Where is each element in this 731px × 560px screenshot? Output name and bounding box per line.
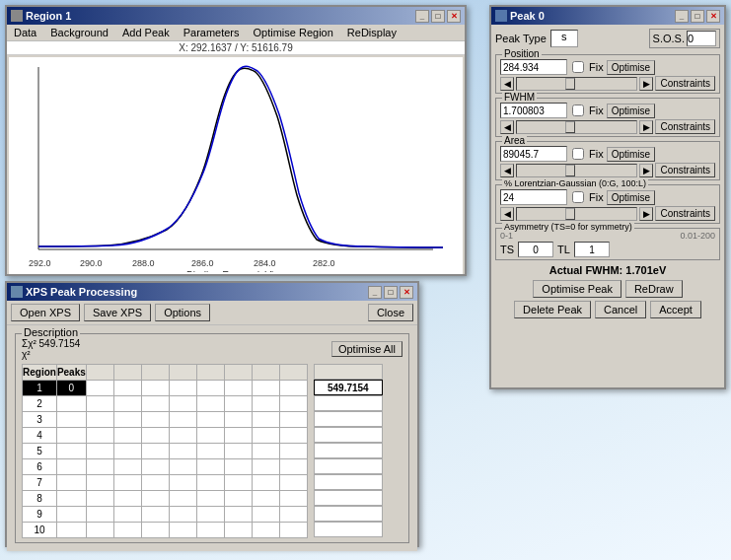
xps-controls: _ □ ✕ — [368, 286, 413, 299]
optimise-all-button[interactable]: Optimise All — [331, 341, 402, 357]
menu-redisplay[interactable]: ReDisplay — [344, 26, 400, 39]
delete-peak-button[interactable]: Delete Peak — [514, 301, 591, 318]
open-xps-button[interactable]: Open XPS — [11, 304, 80, 321]
lg-slider-right[interactable]: ▶ — [639, 207, 653, 221]
sos-input[interactable] — [687, 31, 716, 46]
fwhm-optimise-btn[interactable]: Optimise — [607, 104, 655, 118]
region1-titlebar[interactable]: Region 1 _ □ ✕ — [7, 7, 465, 25]
peak-type-select[interactable]: s — [550, 30, 578, 47]
table-row[interactable]: 4 — [23, 428, 308, 444]
asym-row: TS TL — [500, 242, 715, 257]
area-constraints-btn[interactable]: Constraints — [655, 163, 715, 177]
fwhm-fix-label: Fix — [589, 105, 604, 116]
position-input[interactable] — [500, 59, 567, 75]
position-fix-checkbox[interactable] — [572, 61, 584, 73]
area-slider-right[interactable]: ▶ — [639, 164, 653, 177]
lg-fix-checkbox[interactable] — [572, 191, 584, 203]
asym-range-labels: 0-1 0.01-200 — [500, 231, 715, 241]
xps-close-button[interactable]: Close — [368, 304, 413, 321]
position-slider-left[interactable]: ◀ — [500, 77, 514, 91]
maximize-button[interactable]: □ — [431, 10, 445, 23]
chi-row-9 — [314, 506, 383, 522]
optimise-peak-button[interactable]: Optimise Peak — [533, 280, 621, 298]
menu-parameters[interactable]: Parameters — [181, 26, 243, 39]
position-slider-track[interactable] — [516, 77, 637, 91]
table-row[interactable]: 2 — [23, 396, 308, 412]
peak0-maximize[interactable]: □ — [691, 10, 704, 23]
options-button[interactable]: Options — [155, 304, 210, 321]
peak0-icon — [495, 10, 507, 22]
peak0-titlebar[interactable]: Peak 0 _ □ ✕ — [491, 7, 724, 25]
table-row[interactable]: 6 — [23, 459, 308, 475]
redraw-button[interactable]: ReDraw — [625, 280, 683, 298]
region1-title: Region 1 — [26, 10, 71, 22]
fwhm-slider-row: ◀ ▶ Constraints — [500, 119, 715, 134]
tl-input[interactable] — [574, 242, 610, 257]
fwhm-fix-checkbox[interactable] — [572, 105, 584, 116]
area-row: Fix Optimise — [500, 146, 715, 162]
save-xps-button[interactable]: Save XPS — [84, 304, 151, 321]
area-input[interactable] — [500, 146, 567, 162]
fwhm-slider-track[interactable] — [516, 120, 637, 134]
table-row[interactable]: 8 — [23, 491, 308, 507]
area-slider-row: ◀ ▶ Constraints — [500, 163, 715, 177]
fwhm-slider-right[interactable]: ▶ — [639, 120, 653, 134]
xps-close[interactable]: ✕ — [400, 286, 413, 299]
asymmetry-group: Asymmetry (TS=0 for symmetry) 0-1 0.01-2… — [495, 228, 720, 260]
region1-window: Region 1 _ □ ✕ Data Background Add Peak … — [5, 5, 467, 276]
area-optimise-btn[interactable]: Optimise — [607, 147, 655, 162]
chi-row-5 — [314, 443, 383, 458]
area-slider-track[interactable] — [516, 164, 637, 177]
fwhm-row: Fix Optimise — [500, 103, 715, 118]
close-button[interactable]: ✕ — [447, 10, 461, 23]
fwhm-constraints-btn[interactable]: Constraints — [655, 119, 715, 134]
asym-label: Asymmetry (TS=0 for symmetry) — [502, 222, 634, 232]
peak0-close-btn[interactable]: ✕ — [706, 10, 720, 23]
position-optimise-btn[interactable]: Optimise — [607, 60, 655, 75]
menu-data[interactable]: Data — [11, 26, 39, 39]
xps-toolbar: Open XPS Save XPS Options Close — [7, 301, 417, 325]
table-row[interactable]: 7 — [23, 475, 308, 491]
lg-constraints-btn[interactable]: Constraints — [655, 206, 715, 221]
lg-slider-left[interactable]: ◀ — [500, 207, 514, 221]
lg-input[interactable] — [500, 189, 567, 205]
peak-type-label: Peak Type — [495, 33, 547, 44]
fwhm-input[interactable] — [500, 103, 567, 118]
ts-input[interactable] — [518, 242, 553, 257]
position-constraints-btn[interactable]: Constraints — [655, 76, 715, 91]
xps-minimize[interactable]: _ — [368, 286, 382, 299]
peak-type-row: Peak Type s S.O.S. — [495, 29, 720, 48]
sos-box: S.O.S. — [649, 29, 720, 48]
svg-text:286.0: 286.0 — [191, 258, 214, 268]
chi-column: 549.7154 — [314, 364, 383, 538]
table-area: Region Peaks 1 0 — [22, 364, 402, 538]
table-row[interactable]: 9 — [23, 507, 308, 523]
minimize-button[interactable]: _ — [415, 10, 429, 23]
bottom-buttons: Optimise Peak ReDraw — [495, 280, 720, 298]
menu-background[interactable]: Background — [47, 26, 111, 39]
accept-button[interactable]: Accept — [650, 301, 701, 318]
menu-optimise[interactable]: Optimise Region — [251, 26, 336, 39]
region1-controls: _ □ ✕ — [415, 10, 461, 23]
table-row[interactable]: 10 — [23, 523, 308, 538]
area-fix-checkbox[interactable] — [572, 148, 584, 160]
peak-content: Peak Type s S.O.S. Position Fix Optimise… — [491, 25, 724, 322]
fwhm-slider-left[interactable]: ◀ — [500, 120, 514, 134]
menu-addpeak[interactable]: Add Peak — [119, 26, 173, 39]
table-row[interactable]: 3 — [23, 412, 308, 428]
lg-slider-track[interactable] — [516, 207, 637, 221]
asym-tl-range: 0.01-200 — [680, 231, 715, 241]
xps-titlebar[interactable]: XPS Peak Processing _ □ ✕ — [7, 283, 417, 301]
chi-header — [314, 364, 383, 380]
position-slider-right[interactable]: ▶ — [639, 77, 653, 91]
peak0-minimize[interactable]: _ — [675, 10, 689, 23]
xps-icon — [11, 286, 23, 298]
position-slider-row: ◀ ▶ Constraints — [500, 76, 715, 91]
lg-optimise-btn[interactable]: Optimise — [607, 190, 655, 205]
table-row[interactable]: 5 — [23, 444, 308, 459]
xps-maximize[interactable]: □ — [384, 286, 398, 299]
cancel-button[interactable]: Cancel — [595, 301, 646, 318]
area-slider-left[interactable]: ◀ — [500, 164, 514, 177]
table-row[interactable]: 1 0 — [23, 381, 308, 396]
actual-fwhm-display: Actual FWHM: 1.701eV — [495, 264, 720, 276]
